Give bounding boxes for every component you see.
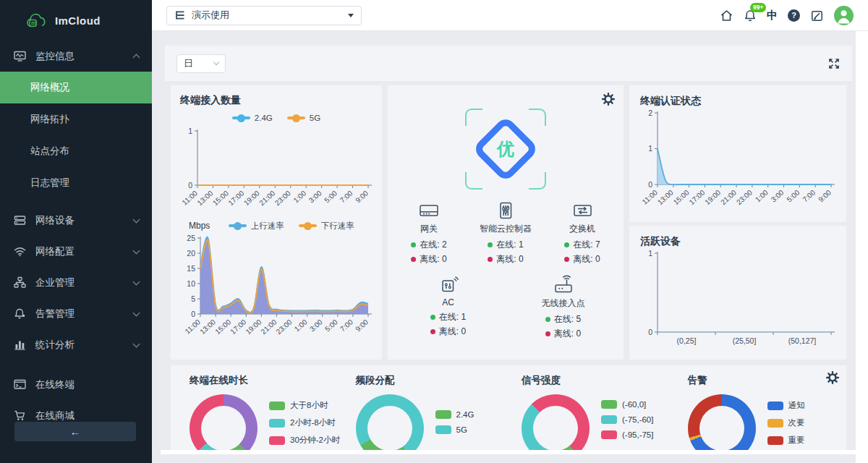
svg-text:(25,50]: (25,50] bbox=[733, 336, 757, 345]
offline-dot-icon bbox=[430, 329, 435, 334]
legend-item[interactable]: 重要 bbox=[767, 435, 805, 446]
svg-text:10: 10 bbox=[187, 279, 195, 288]
legend-signal-strength: (-60,0](-75,-60](-95,-75] bbox=[601, 400, 653, 450]
legend-item[interactable]: 上行速率 bbox=[229, 221, 284, 232]
legend-item[interactable]: 大于8小时 bbox=[269, 400, 340, 411]
sidebar-item-alarm-management[interactable]: 告警管理 bbox=[0, 298, 152, 329]
svg-text:5:00: 5:00 bbox=[786, 188, 801, 203]
device-status-switch: 交换机 在线: 7 离线: 0 bbox=[544, 201, 621, 266]
svg-text:0: 0 bbox=[191, 310, 195, 318]
legend-alarms: 通知次要重要 bbox=[767, 400, 805, 450]
legend-terminal-access: 2.4G5G bbox=[180, 110, 373, 126]
health-indicator: 优 bbox=[458, 101, 553, 197]
legend-item[interactable]: (-60,0] bbox=[601, 400, 653, 409]
content: 日 终端接入数量 2.4G5G 0111:0013:0015:0017:0019… bbox=[152, 31, 868, 463]
svg-text:13:00: 13:00 bbox=[198, 318, 217, 336]
site-selector-value: 演示使用 bbox=[192, 9, 229, 22]
notifications-bell-icon[interactable]: 99+ bbox=[744, 9, 757, 22]
collapse-sidebar-button[interactable]: ← bbox=[14, 422, 136, 441]
switch-icon bbox=[544, 201, 621, 220]
cloud-logo-icon: m bbox=[23, 10, 49, 30]
online-dot-icon bbox=[488, 242, 493, 247]
sidebar-subitem-site-distribution[interactable]: 站点分布 bbox=[0, 135, 152, 167]
legend-item[interactable]: 2.4G bbox=[435, 410, 475, 419]
svg-text:7:00: 7:00 bbox=[801, 188, 817, 203]
legend-item[interactable]: 下行速率 bbox=[299, 221, 354, 232]
topbar-icons: 99+ 中 ? bbox=[720, 6, 854, 25]
svg-text:9:00: 9:00 bbox=[817, 188, 833, 203]
device-online-count: 在线: 1 bbox=[467, 239, 544, 251]
settings-gear-icon[interactable] bbox=[826, 371, 839, 384]
org-chart-icon bbox=[10, 276, 29, 289]
device-online-count: 在线: 2 bbox=[391, 239, 467, 251]
svg-text:m: m bbox=[31, 20, 37, 27]
chevron-down-icon bbox=[133, 247, 140, 254]
legend-item[interactable]: (-95,-75] bbox=[601, 430, 653, 439]
legend-item[interactable]: 5G bbox=[435, 425, 475, 434]
home-icon[interactable] bbox=[720, 9, 733, 22]
list-icon bbox=[174, 9, 186, 21]
legend-band-allocation: 2.4G5G bbox=[435, 410, 475, 450]
fullscreen-icon[interactable] bbox=[827, 57, 841, 70]
wifi-icon bbox=[10, 245, 29, 258]
chevron-up-icon bbox=[133, 54, 140, 61]
server-icon bbox=[10, 214, 29, 226]
legend-item[interactable]: 次要 bbox=[767, 417, 805, 428]
sidebar-item-network-devices[interactable]: 网络设备 bbox=[0, 205, 152, 236]
site-selector[interactable]: 演示使用 bbox=[166, 6, 362, 25]
section-alarms: 告警 通知次要重要 bbox=[673, 374, 840, 450]
svg-text:21:00: 21:00 bbox=[719, 188, 738, 206]
sidebar-item-online-terminals[interactable]: 在线终端 bbox=[0, 369, 152, 400]
sidebar-item-statistics[interactable]: 统计分析 bbox=[0, 329, 152, 360]
period-select[interactable]: 日 bbox=[176, 54, 226, 73]
legend-item[interactable]: (-75,-60] bbox=[601, 415, 653, 424]
online-dot-icon bbox=[411, 242, 416, 247]
legend-item[interactable]: 通知 bbox=[767, 400, 805, 411]
svg-text:17:00: 17:00 bbox=[226, 189, 245, 207]
settings-gear-icon[interactable] bbox=[602, 93, 615, 106]
language-toggle[interactable]: 中 bbox=[767, 9, 778, 22]
svg-text:19:00: 19:00 bbox=[242, 189, 261, 207]
sidebar-subitem-network-overview[interactable]: 网络概况 bbox=[0, 72, 152, 103]
device-online-count: 在线: 5 bbox=[506, 313, 621, 326]
chevron-down-icon bbox=[133, 309, 140, 316]
svg-text:3:00: 3:00 bbox=[770, 188, 786, 203]
card-network-health: 优 网关 在线: 2 离线: 0 智能云控制器 在线: 1 离线: 0 交换机 … bbox=[388, 85, 624, 360]
gateway-icon bbox=[391, 201, 467, 220]
section-online-duration: 终端在线时长 大于8小时2小时-8小时30分钟-2小时 bbox=[175, 374, 341, 450]
cart-icon bbox=[10, 409, 29, 422]
sidebar-subitem-log-management[interactable]: 日志管理 bbox=[0, 167, 152, 199]
alarm-bell-icon bbox=[10, 307, 29, 320]
chevron-down-icon bbox=[133, 216, 140, 223]
corner-bracket-icon bbox=[529, 109, 546, 126]
controller-icon bbox=[467, 201, 544, 220]
sidebar-item-monitoring[interactable]: 监控信息 bbox=[0, 41, 152, 72]
svg-text:19:00: 19:00 bbox=[244, 318, 263, 336]
sidebar-subitem-network-topology[interactable]: 网络拓扑 bbox=[0, 103, 152, 135]
donut-online-duration bbox=[190, 394, 258, 450]
notification-badge: 99+ bbox=[750, 3, 766, 12]
svg-text:9:00: 9:00 bbox=[354, 318, 370, 333]
online-dot-icon bbox=[430, 315, 435, 320]
legend-item[interactable]: 2小时-8小时 bbox=[269, 417, 340, 428]
device-name: 智能云控制器 bbox=[467, 223, 544, 235]
monitor-chart-icon bbox=[10, 50, 29, 62]
svg-text:15: 15 bbox=[187, 264, 195, 273]
device-status-grid: 网关 在线: 2 离线: 0 智能云控制器 在线: 1 离线: 0 交换机 在线… bbox=[388, 201, 624, 340]
help-icon[interactable]: ? bbox=[788, 9, 800, 22]
caret-down-icon bbox=[348, 14, 354, 20]
legend-item[interactable]: 2.4G bbox=[232, 114, 273, 122]
svg-text:1:00: 1:00 bbox=[754, 188, 770, 203]
device-name: AC bbox=[391, 297, 506, 307]
ap-icon bbox=[506, 274, 621, 294]
svg-text:1:00: 1:00 bbox=[293, 318, 309, 333]
vertical-scrollbar[interactable] bbox=[856, 31, 868, 463]
legend-item[interactable]: 5G bbox=[287, 114, 320, 122]
feedback-edit-icon[interactable] bbox=[810, 9, 824, 22]
sidebar-item-network-config[interactable]: 网络配置 bbox=[0, 236, 152, 267]
legend-item[interactable]: 30分钟-2小时 bbox=[269, 435, 340, 446]
bar-chart-icon bbox=[10, 339, 29, 351]
sidebar-item-enterprise[interactable]: 企业管理 bbox=[0, 267, 152, 298]
avatar[interactable] bbox=[834, 6, 854, 25]
horizontal-scrollbar[interactable] bbox=[161, 450, 856, 454]
